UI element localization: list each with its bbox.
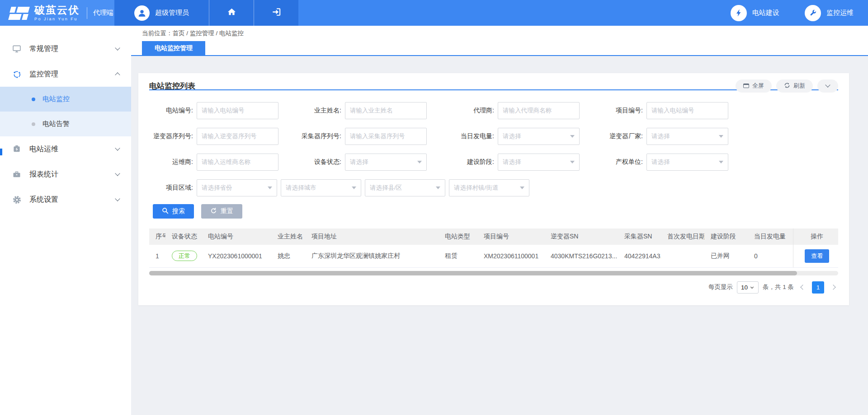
agent-input[interactable] xyxy=(498,102,580,119)
ops-vendor-input[interactable] xyxy=(197,154,278,171)
chevron-down-icon xyxy=(115,45,120,50)
panel-title: 电站监控列表 xyxy=(149,81,195,91)
prev-page-button[interactable] xyxy=(798,281,808,293)
logo-title: 破茧云伏 xyxy=(34,5,80,15)
device-status-select[interactable]: 请选择 xyxy=(345,154,427,171)
inverter-sn-input[interactable] xyxy=(197,128,278,145)
cell-station-no: YX2023061000001 xyxy=(202,245,271,267)
header-nav: 电站建设 监控运维 xyxy=(731,0,868,26)
breadcrumb-text: 当前位置：首页 / 监控管理 / 电站监控 xyxy=(142,29,244,37)
station-monitor-panel: 电站监控列表 全屏 xyxy=(138,73,849,305)
reset-button[interactable]: 重置 xyxy=(201,204,242,219)
home-button[interactable] xyxy=(209,0,254,26)
filter-form: 电站编号: 业主姓名: 代理商: 项目编号: xyxy=(149,98,838,219)
col-first-power-date: 首次发电日期 xyxy=(661,228,704,245)
chevron-left-icon xyxy=(800,284,805,289)
cell-actions: 查看 xyxy=(793,245,838,267)
col-project-no: 项目编号 xyxy=(477,228,544,245)
bullet-icon xyxy=(32,122,35,126)
per-page-select[interactable]: 10 xyxy=(737,281,759,294)
table-row: 1 正常 YX2023061000001 姚忠 广东深圳龙华区观澜镇姚家庄村 租… xyxy=(149,245,838,267)
sidebar-item-station-monitor[interactable]: 电站监控 xyxy=(0,87,131,112)
scrollbar-thumb[interactable] xyxy=(149,271,797,275)
content-area: 电站监控列表 全屏 xyxy=(131,56,868,305)
total-count-label: 条，共 1 条 xyxy=(763,283,794,291)
username: 超级管理员 xyxy=(155,9,189,17)
fullscreen-button[interactable]: 全屏 xyxy=(736,79,772,93)
horizontal-scrollbar[interactable] xyxy=(149,271,838,275)
page-number-button[interactable]: 1 xyxy=(812,281,824,294)
daily-power-select[interactable]: 请选择 xyxy=(498,128,580,145)
col-stage: 建设阶段 xyxy=(704,228,748,245)
view-button[interactable]: 查看 xyxy=(805,249,829,263)
gear-icon xyxy=(12,195,22,205)
tab-station-monitor-management[interactable]: 电站监控管理 xyxy=(142,41,205,55)
cell-device-status: 正常 xyxy=(165,245,202,267)
province-select[interactable]: 请选择省份 xyxy=(197,179,277,196)
portal-label: 代理端 xyxy=(93,9,113,17)
cell-inverter-sn: 4030KMTS216G0213... xyxy=(544,245,618,267)
reset-icon xyxy=(210,207,217,215)
city-select[interactable]: 请选择城市 xyxy=(281,179,361,196)
dropdown-arrow-icon xyxy=(268,187,272,189)
county-select[interactable]: 请选择县/区 xyxy=(365,179,445,196)
build-stage-select[interactable]: 请选择 xyxy=(498,154,580,171)
dropdown-arrow-icon xyxy=(436,187,440,189)
sidebar-item-general-management[interactable]: 常规管理 xyxy=(0,36,131,61)
col-station-type: 电站类型 xyxy=(439,228,477,245)
logout-button[interactable] xyxy=(254,0,298,26)
panel-toolbar: 全屏 刷 xyxy=(736,79,838,93)
col-actions: 操作 xyxy=(793,228,838,245)
breadcrumb: 当前位置：首页 / 监控管理 / 电站监控 xyxy=(131,26,868,41)
search-icon xyxy=(162,207,169,215)
nav-monitor-ops[interactable]: 监控运维 xyxy=(805,5,854,21)
sidebar-item-report-statistics[interactable]: 报表统计 xyxy=(0,162,131,187)
project-no-input[interactable] xyxy=(646,102,728,119)
sidebar-scrollbar[interactable] xyxy=(0,149,2,155)
town-select[interactable]: 请选择村镇/街道 xyxy=(449,179,529,196)
chevron-down-icon xyxy=(115,171,120,176)
col-device-status: 设备状态 xyxy=(165,228,202,245)
nav-station-build[interactable]: 电站建设 xyxy=(731,5,779,21)
status-badge: 正常 xyxy=(172,251,197,261)
chevron-up-icon xyxy=(115,72,120,77)
sidebar-item-system-settings[interactable]: 系统设置 xyxy=(0,187,131,212)
wrench-icon xyxy=(805,5,821,21)
property-unit-select[interactable]: 请选择 xyxy=(646,154,728,171)
cell-owner: 姚忠 xyxy=(271,245,305,267)
fullscreen-icon xyxy=(743,84,749,88)
table-header-row: 序号 设备状态 电站编号 业主姓名 项目地址 电站类型 项目编号 逆变器SN 采… xyxy=(149,228,838,245)
col-address: 项目地址 xyxy=(305,228,439,245)
pagination: 每页显示 10 条，共 1 条 1 xyxy=(138,281,838,294)
app-header: 破茧云伏 Po Jian Yun Fu 代理端 超级管理员 电站建设 xyxy=(0,0,868,26)
next-page-button[interactable] xyxy=(828,281,838,293)
lightning-icon xyxy=(731,5,747,21)
home-icon xyxy=(226,7,237,19)
collapse-button[interactable] xyxy=(817,79,838,93)
col-station-no: 电站编号 xyxy=(202,228,271,245)
app-logo[interactable]: 破茧云伏 Po Jian Yun Fu 代理端 xyxy=(0,0,114,26)
col-index: 序号 xyxy=(149,228,165,245)
col-daily-power: 当日发电量 xyxy=(748,228,793,245)
region-selects: 请选择省份 请选择城市 请选择县/区 xyxy=(197,179,529,196)
user-menu[interactable]: 超级管理员 xyxy=(114,0,209,26)
collector-sn-input[interactable] xyxy=(345,128,427,145)
battery-bolt-icon xyxy=(12,145,22,154)
chevron-down-icon xyxy=(115,145,120,150)
chevron-down-icon xyxy=(825,82,830,87)
chevron-down-icon xyxy=(750,285,754,288)
cell-address: 广东深圳龙华区观澜镇姚家庄村 xyxy=(305,245,439,267)
cell-daily-power: 0 xyxy=(748,245,793,267)
dropdown-arrow-icon xyxy=(719,135,723,138)
inverter-vendor-select[interactable]: 请选择 xyxy=(646,128,728,145)
sidebar-item-station-ops[interactable]: 电站运维 xyxy=(0,136,131,162)
owner-name-input[interactable] xyxy=(345,102,427,119)
search-button[interactable]: 搜索 xyxy=(153,204,194,219)
cell-station-type: 租赁 xyxy=(439,245,477,267)
sidebar-item-station-alarm[interactable]: 电站告警 xyxy=(0,112,131,136)
cell-index: 1 xyxy=(149,245,165,267)
refresh-icon xyxy=(784,82,790,90)
station-no-input[interactable] xyxy=(197,102,278,119)
sidebar-item-monitor-management[interactable]: 监控管理 xyxy=(0,61,131,87)
refresh-button[interactable]: 刷新 xyxy=(776,79,813,93)
